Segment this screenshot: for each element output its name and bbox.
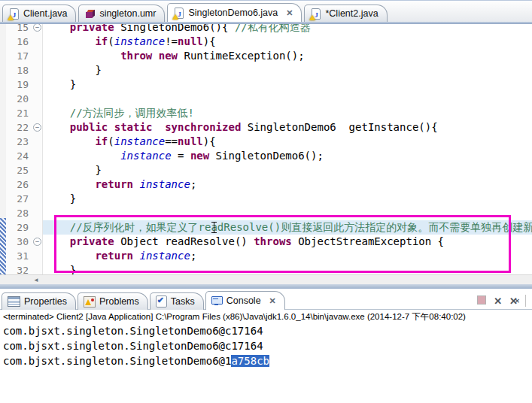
code-text: public static synchronized SingletonDemo… [43,120,532,135]
horizontal-scrollbar[interactable]: ◄ [0,274,532,285]
console-status-line: <terminated> Client2 [Java Application] … [0,310,532,323]
code-line: 24 instance = new SingletonDemo6(); [0,149,532,163]
fold-column [33,263,43,274]
fold-column [33,92,43,106]
code-text: throw new RuntimeException(); [43,49,532,63]
console-icon [211,296,223,306]
console-toolbar: ✕ ✕✕ [477,294,526,308]
gutter-annotation [0,49,6,63]
code-line: 25 } [0,163,532,177]
tab-problems[interactable]: Problems [78,292,148,310]
editor-console-sash[interactable] [0,284,532,289]
java-file-warning-icon: J [173,8,184,19]
gutter-annotation [0,177,6,192]
properties-table-icon [8,296,20,307]
code-line: 17 throw new RuntimeException(); [0,49,532,63]
code-line: 27 } [0,192,532,206]
console-output: com.bjsxt.singleton.SingletonDemo6@c1716… [0,323,532,368]
line-number: 20 [6,92,33,106]
line-number: 26 [6,177,33,192]
collapse-minus-icon[interactable]: − [33,24,41,32]
terminate-button[interactable] [477,294,486,308]
range-indicator [0,218,6,274]
code-line: 21 //方法同步，调用效率低! [0,106,532,120]
gutter-annotation [0,77,6,92]
line-number: 16 [6,35,33,49]
code-text [43,92,532,106]
tab-label: *Client2.java [325,8,378,19]
fold-column [33,135,43,149]
problems-icon [84,296,96,308]
line-number: 31 [6,249,33,263]
code-line: 20 [0,92,532,106]
editor-tab-bar: J Client.java singleton.umr J SingletonD… [0,2,532,22]
uml-model-icon [84,8,96,20]
warning-overlay-icon [8,15,14,20]
remove-all-terminated-button[interactable]: ✕✕ [509,295,518,307]
tab-label: Client.java [23,8,67,19]
collapse-minus-icon[interactable]: − [33,238,41,246]
tab-properties[interactable]: Properties [2,292,76,310]
tab-client-java[interactable]: J Client.java [2,5,76,22]
line-number: 22 [6,120,33,135]
fold-column [33,192,43,206]
line-number: 18 [6,63,33,77]
close-icon[interactable]: ✕ [269,296,276,306]
code-line: 15− private SingletonDemo6(){ //私有化构造器 [0,24,532,35]
gutter-annotation [0,24,6,35]
fold-marker[interactable]: − [33,120,43,135]
fold-column [33,177,43,192]
terminate-square-icon [477,295,486,305]
code-text: } [43,163,532,177]
gutter-annotation [0,135,6,149]
gutter-annotation [0,63,6,77]
fold-column [33,77,43,92]
tab-singleton-umr[interactable]: singleton.umr [78,5,165,22]
remove-launch-button[interactable]: ✕ [494,295,502,307]
code-text: } [43,192,532,206]
tab-console[interactable]: Console ✕ [205,291,285,310]
toolbar-separator [525,295,526,307]
code-text: } [43,77,532,92]
gutter-annotation [0,149,6,163]
code-line: 23 if(instance==null){ [0,135,532,149]
fold-marker[interactable]: − [33,235,43,249]
code-text: return instance; [43,177,532,192]
console-output-line: com.bjsxt.singleton.SingletonDemo6@c1716… [0,338,532,353]
line-number: 30 [6,235,33,249]
line-number: 19 [6,77,33,92]
code-editor[interactable]: 15− private SingletonDemo6(){ //私有化构造器16… [0,24,532,274]
tab-label: singleton.umr [99,8,156,19]
eclipse-window: J Client.java singleton.umr J SingletonD… [0,0,532,403]
code-line: 16 if(instance!=null){ [0,35,532,49]
tab-label: SingletonDemo6.java [188,8,278,18]
line-number: 15 [6,24,33,35]
code-line: 22− public static synchronized Singleton… [0,120,532,135]
line-number: 29 [6,220,33,235]
close-icon[interactable]: ✕ [286,8,293,18]
tab-label: Problems [99,296,139,307]
text-cursor-pointer [211,222,217,233]
fold-marker[interactable]: − [33,24,43,35]
collapse-minus-icon[interactable]: − [33,123,41,132]
code-text: if(instance!=null){ [43,35,532,49]
gutter-annotation [0,192,6,206]
tab-client2-java[interactable]: J *Client2.java [304,5,387,22]
fold-column [33,49,43,63]
line-number: 27 [6,192,33,206]
fold-column [33,206,43,220]
line-number: 32 [6,263,33,274]
tab-singletondemo6-java[interactable]: J SingletonDemo6.java ✕ [167,3,302,22]
fold-column [33,149,43,163]
gutter-annotation [0,163,6,177]
tab-tasks[interactable]: ✔ Tasks [150,292,204,310]
line-number: 17 [6,49,33,63]
code-line: 18 } [0,63,532,77]
scroll-left-arrow[interactable]: ◄ [33,276,39,284]
console-output-line: com.bjsxt.singleton.SingletonDemo6@c1716… [0,323,532,338]
fold-column [33,249,43,263]
gutter-annotation [0,35,6,49]
selected-text: a758cb [231,355,269,367]
tab-label: Console [226,295,261,306]
line-number: 28 [6,206,33,220]
